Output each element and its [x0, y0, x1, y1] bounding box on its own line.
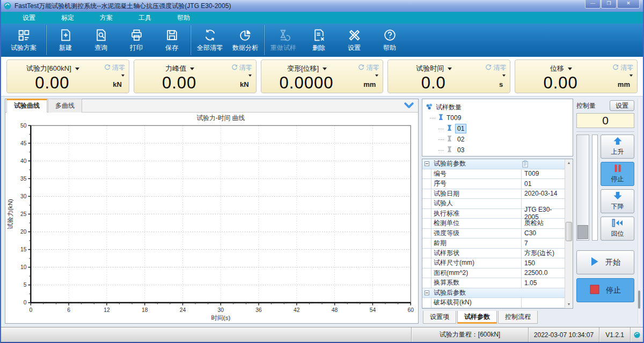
toolbar-data-analysis-button[interactable]: 数据分析 — [228, 24, 263, 57]
tab-sample-params[interactable]: 试样参数 — [457, 311, 497, 324]
dropdown-caret-icon[interactable] — [448, 68, 452, 70]
collapse-chevron-icon[interactable] — [404, 101, 414, 108]
unit-caret-icon[interactable] — [121, 74, 125, 77]
gauge-test-force: 试验力[600kN]清零0.00kN — [6, 59, 129, 93]
return-home-button[interactable]: 回位 — [601, 217, 634, 241]
toolbar-print-button[interactable]: 打印 — [119, 24, 154, 57]
dropdown-caret-icon[interactable] — [75, 68, 79, 70]
toolbar-clear-all-button[interactable]: 全部清零 — [192, 24, 228, 57]
menu-item-tools[interactable]: 工具 — [126, 12, 164, 24]
toolbar-settings-button[interactable]: 设置 — [336, 24, 372, 57]
move-up-button[interactable]: 上升 — [601, 135, 634, 159]
tree-root[interactable]: 试样数量 — [426, 102, 569, 113]
tree-sample-item[interactable]: 03 — [426, 145, 569, 155]
group-spacer — [522, 288, 565, 298]
svg-text:48: 48 — [332, 307, 338, 313]
tab-test-curve[interactable]: 试验曲线 — [6, 99, 47, 113]
param-group-header[interactable]: 试验前参数 — [422, 159, 565, 169]
tree-group[interactable]: T009 — [426, 113, 569, 123]
table-scrollbar[interactable]: ▲ ▼ — [565, 159, 573, 308]
scroll-down-icon[interactable]: ▼ — [565, 301, 573, 308]
tab-settings-items[interactable]: 设置项 — [423, 311, 456, 324]
start-test-button[interactable]: 开始 — [576, 250, 634, 274]
param-value[interactable]: 01 — [522, 179, 565, 189]
toolbar-new-button[interactable]: 新建 — [48, 24, 83, 57]
gauge-title[interactable]: 位移 — [515, 64, 607, 73]
menu-item-settings[interactable]: 设置 — [10, 12, 48, 24]
main-scrollbar[interactable] — [638, 99, 640, 324]
param-value[interactable]: 22500.0 — [522, 269, 565, 278]
gauge-value: 0.00 — [11, 73, 93, 93]
scrollbar-thumb[interactable] — [638, 290, 640, 309]
maximize-button[interactable]: ❐ — [601, 0, 617, 9]
param-value[interactable] — [522, 308, 565, 309]
param-value[interactable]: C30 — [522, 229, 565, 238]
move-down-button[interactable]: 下降 — [601, 189, 634, 213]
gauge-title[interactable]: 力峰值 — [134, 64, 226, 73]
collapse-minus-icon[interactable] — [422, 288, 431, 298]
svg-text:45: 45 — [20, 140, 27, 146]
param-key: 抗压强度(MPa) — [431, 308, 522, 309]
param-value[interactable]: T009 — [522, 169, 565, 179]
control-settings-button[interactable]: 设置 — [610, 100, 634, 111]
param-value[interactable]: 150 — [522, 258, 565, 268]
unit-caret-icon[interactable] — [502, 74, 506, 77]
clear-zero-button[interactable]: 清零 — [358, 63, 379, 72]
clear-zero-button[interactable]: 清零 — [231, 63, 252, 72]
gauge-unit[interactable]: kN — [240, 80, 249, 88]
gauge-title[interactable]: 试验力[600kN] — [7, 64, 99, 73]
clear-zero-button[interactable]: 清零 — [612, 63, 633, 72]
param-value[interactable]: 方形(边长) — [522, 249, 565, 258]
unit-caret-icon[interactable] — [248, 74, 252, 77]
control-value-display[interactable]: 0 — [576, 113, 634, 128]
dropdown-caret-icon[interactable] — [190, 68, 194, 70]
dropdown-caret-icon[interactable] — [568, 68, 572, 70]
clear-zero-button[interactable]: 清零 — [485, 63, 506, 72]
param-value[interactable] — [522, 298, 565, 308]
toolbar-test-plan-button[interactable]: 试验方案 — [2, 24, 45, 57]
tab-multi-curve[interactable]: 多曲线 — [48, 99, 82, 113]
gauge-title[interactable]: 试验时间 — [388, 64, 480, 73]
scroll-up-icon[interactable]: ▲ — [565, 159, 573, 167]
param-value[interactable]: 2020-03-14 — [522, 189, 565, 199]
gauge-unit[interactable]: mm — [363, 80, 376, 88]
slider-thumb[interactable] — [577, 225, 588, 239]
clear-zero-button[interactable]: 清零 — [104, 63, 125, 72]
unit-caret-icon[interactable] — [630, 74, 633, 77]
scrollbar-thumb[interactable] — [566, 222, 572, 241]
pause-button[interactable]: 停止 — [601, 162, 634, 186]
toolbar-delete-button[interactable]: 删除 — [301, 24, 336, 57]
gauge-row: 试验力[600kN]清零0.00kN力峰值清零0.00kN变形[位移]清零0.0… — [1, 57, 643, 96]
toolbar-help-button[interactable]: 帮助 — [372, 24, 407, 57]
gauge-title[interactable]: 变形[位移] — [261, 64, 353, 73]
tree-sample-item[interactable]: 01 — [426, 123, 569, 134]
menu-item-help[interactable]: 帮助 — [164, 12, 203, 24]
stop-test-button[interactable]: 停止 — [576, 278, 634, 302]
dropdown-caret-icon[interactable] — [323, 68, 327, 70]
param-value[interactable]: 7 — [522, 238, 565, 248]
unit-caret-icon[interactable] — [375, 74, 378, 77]
toolbar-label: 试验方案 — [11, 43, 36, 53]
param-value[interactable]: 质检站 — [522, 219, 565, 228]
gauge-unit[interactable]: mm — [618, 80, 630, 88]
tab-control-flow[interactable]: 控制流程 — [498, 311, 538, 324]
gauge-unit[interactable]: kN — [113, 80, 122, 88]
control-panel: 控制量 设置 0 上升 停止 — [576, 99, 634, 324]
menu-item-scheme[interactable]: 方案 — [87, 12, 126, 24]
row-gutter — [422, 269, 431, 278]
param-group-header[interactable]: 试验后参数 — [422, 288, 565, 299]
toolbar-query-button[interactable]: 查询 — [83, 24, 119, 57]
menu-item-calibration[interactable]: 标定 — [48, 12, 87, 24]
gauge-unit[interactable]: s — [499, 80, 503, 88]
collapse-minus-icon[interactable] — [422, 159, 431, 169]
param-value[interactable]: 1.05 — [522, 278, 565, 288]
svg-text:24: 24 — [180, 307, 186, 313]
tree-sample-item[interactable]: 02 — [426, 134, 569, 145]
crosshead-position-slider[interactable] — [576, 135, 589, 241]
minimize-button[interactable]: — — [585, 0, 601, 9]
save-icon — [165, 28, 179, 42]
toolbar-save-button[interactable]: 保存 — [154, 24, 189, 57]
param-value[interactable]: JTG E30-2005 — [522, 209, 565, 219]
param-key: 破坏载荷(kN) — [431, 298, 522, 308]
close-button[interactable]: ✕ — [617, 0, 640, 9]
